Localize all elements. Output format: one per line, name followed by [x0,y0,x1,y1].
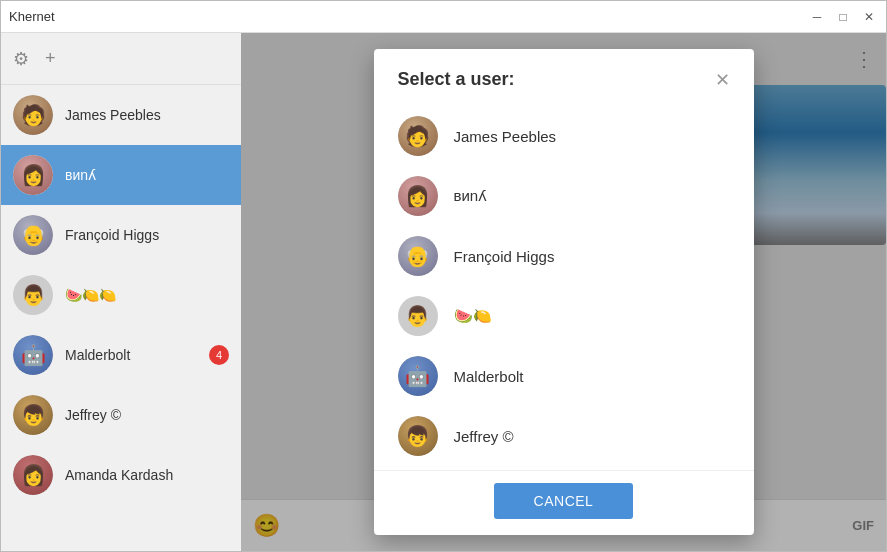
avatar-face: 👦 [13,395,53,435]
modal-user-name-malderbolt: Malderbolt [454,368,524,385]
modal-avatar-face: 👨 [398,296,438,336]
sidebar-item-vina[interactable]: 👩 виnʎ [1,145,241,205]
modal-avatar-face: 👴 [398,236,438,276]
avatar-vina: 👩 [13,155,53,195]
sidebar-list: 🧑 James Peebles 👩 виnʎ 👴 Françoid Higgs [1,85,241,551]
app-window: Khernet ─ □ ✕ ⚙ + 🧑 James Peebles [0,0,887,552]
modal-footer: CANCEL [374,470,754,535]
avatar-emoji-row: 👨 [13,275,53,315]
modal-avatar-jeffrey: 👦 [398,416,438,456]
modal-avatar-james: 🧑 [398,116,438,156]
modal-user-item-francois[interactable]: 👴 Françoid Higgs [374,226,754,286]
modal-title: Select a user: [398,69,515,90]
modal-user-name-emoji: 🍉🍋 [454,307,492,325]
sidebar-item-amanda[interactable]: 👩 Amanda Kardash [1,445,241,505]
modal-overlay: Select a user: ✕ 🧑 James Peebles [241,33,886,551]
sidebar-item-francois[interactable]: 👴 Françoid Higgs [1,205,241,265]
sidebar: ⚙ + 🧑 James Peebles 👩 виnʎ [1,33,241,551]
app-body: ⚙ + 🧑 James Peebles 👩 виnʎ [1,33,886,551]
main-content: ⋮ 😊 GIF Select a user: ✕ [241,33,886,551]
window-controls: ─ □ ✕ [808,8,878,26]
avatar-james: 🧑 [13,95,53,135]
modal-avatar-vina: 👩 [398,176,438,216]
sidebar-name-james: James Peebles [65,107,229,123]
maximize-button[interactable]: □ [834,8,852,26]
sidebar-item-malderbolt[interactable]: 🤖 Malderbolt 4 [1,325,241,385]
modal-user-item-vina[interactable]: 👩 виnʎ [374,166,754,226]
modal-user-name-jeffrey: Jeffrey © [454,428,514,445]
modal-user-item-malderbolt[interactable]: 🤖 Malderbolt [374,346,754,406]
modal-user-name-francois: Françoid Higgs [454,248,555,265]
modal-avatar-malderbolt: 🤖 [398,356,438,396]
avatar-face: 🤖 [13,335,53,375]
sidebar-item-emoji-row[interactable]: 👨 🍉🍋🍋 [1,265,241,325]
avatar-amanda: 👩 [13,455,53,495]
modal-user-item-jeffrey[interactable]: 👦 Jeffrey © [374,406,754,466]
avatar-francois: 👴 [13,215,53,255]
sidebar-item-jeffrey[interactable]: 👦 Jeffrey © [1,385,241,445]
modal-avatar-face: 🤖 [398,356,438,396]
cancel-button[interactable]: CANCEL [494,483,634,519]
avatar-face: 👨 [13,275,53,315]
sidebar-header: ⚙ + [1,33,241,85]
title-bar: Khernet ─ □ ✕ [1,1,886,33]
modal-user-name-james: James Peebles [454,128,557,145]
sidebar-name-francois: Françoid Higgs [65,227,229,243]
avatar-face: 👴 [13,215,53,255]
sidebar-item-james-peebles[interactable]: 🧑 James Peebles [1,85,241,145]
app-title: Khernet [9,9,808,24]
modal-user-item-emoji[interactable]: 👨 🍉🍋 [374,286,754,346]
modal-avatar-face: 🧑 [398,116,438,156]
sidebar-name-jeffrey: Jeffrey © [65,407,229,423]
select-user-modal: Select a user: ✕ 🧑 James Peebles [374,49,754,535]
modal-avatar-francois: 👴 [398,236,438,276]
modal-close-button[interactable]: ✕ [715,71,730,89]
sidebar-name-amanda: Amanda Kardash [65,467,229,483]
sidebar-name-emoji: 🍉🍋🍋 [65,287,229,303]
modal-user-item-james[interactable]: 🧑 James Peebles [374,106,754,166]
modal-avatar-emoji: 👨 [398,296,438,336]
minimize-button[interactable]: ─ [808,8,826,26]
close-button[interactable]: ✕ [860,8,878,26]
avatar-face: 👩 [13,155,53,195]
modal-header: Select a user: ✕ [374,49,754,102]
sidebar-name-malderbolt: Malderbolt [65,347,197,363]
sidebar-name-vina: виnʎ [65,167,229,183]
avatar-jeffrey: 👦 [13,395,53,435]
gear-icon[interactable]: ⚙ [13,48,29,70]
modal-avatar-face: 👦 [398,416,438,456]
modal-avatar-face: 👩 [398,176,438,216]
modal-user-list: 🧑 James Peebles 👩 виnʎ � [374,102,754,470]
modal-user-name-vina: виnʎ [454,187,488,205]
avatar-face: 🧑 [13,95,53,135]
avatar-malderbolt: 🤖 [13,335,53,375]
add-icon[interactable]: + [45,48,56,69]
avatar-face: 👩 [13,455,53,495]
badge-malderbolt: 4 [209,345,229,365]
